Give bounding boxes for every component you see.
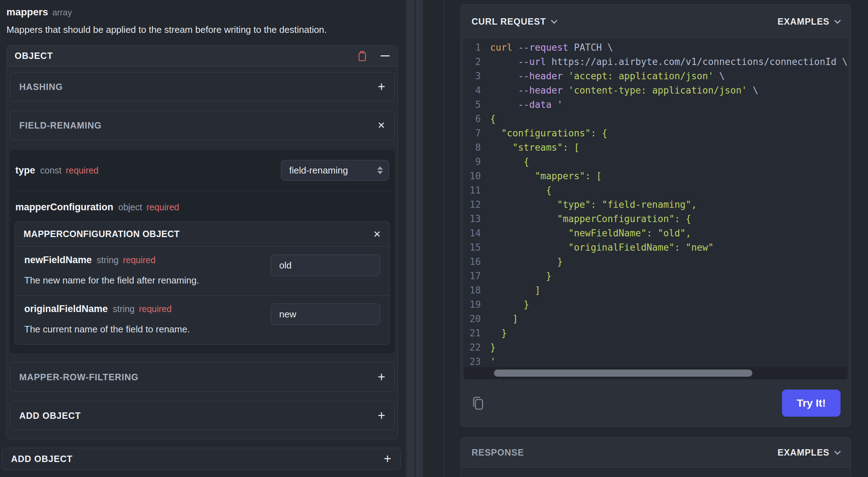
hashing-label: HASHING bbox=[19, 82, 63, 92]
plus-icon: + bbox=[378, 371, 385, 383]
plus-icon: + bbox=[378, 80, 385, 93]
chevron-down-icon bbox=[834, 17, 841, 24]
response-examples-label: EXAMPLES bbox=[777, 447, 829, 458]
horizontal-scrollbar-track[interactable] bbox=[464, 367, 848, 379]
line-number: 1 bbox=[464, 40, 490, 55]
code-line: 10 "mappers": [ bbox=[464, 169, 848, 183]
line-number: 21 bbox=[464, 326, 490, 340]
code-line: 9 { bbox=[464, 155, 848, 169]
object-card-body: HASHING + FIELD-RENAMING ✕ type const re… bbox=[7, 66, 398, 439]
original-field-name-kind: string bbox=[113, 304, 135, 314]
line-number: 15 bbox=[464, 240, 490, 255]
line-number: 13 bbox=[464, 212, 490, 226]
line-number: 12 bbox=[464, 197, 490, 212]
line-number: 4 bbox=[464, 83, 490, 97]
original-field-name-input[interactable]: new bbox=[271, 303, 380, 325]
object-card-header: OBJECT bbox=[7, 46, 398, 66]
new-field-name-label: newFieldName bbox=[24, 255, 92, 266]
type-field-kind: const bbox=[40, 165, 62, 176]
type-field-required: required bbox=[66, 165, 99, 176]
line-number: 8 bbox=[464, 140, 490, 155]
response-card: RESPONSE EXAMPLES bbox=[460, 437, 851, 477]
code-line: 19 } bbox=[464, 297, 848, 312]
response-examples-dropdown[interactable]: EXAMPLES bbox=[777, 447, 840, 458]
line-number: 19 bbox=[464, 297, 490, 312]
object-card-actions bbox=[357, 50, 390, 62]
scrollbar-thumb[interactable] bbox=[407, 0, 414, 477]
new-field-name-input[interactable]: old bbox=[271, 255, 380, 276]
code-line: 2 --url https://api.airbyte.com/v1/conne… bbox=[464, 55, 848, 69]
response-header: RESPONSE EXAMPLES bbox=[461, 438, 851, 468]
close-mapper-configuration-button[interactable]: ✕ bbox=[373, 230, 381, 239]
line-number: 10 bbox=[464, 169, 490, 183]
line-number: 14 bbox=[464, 226, 490, 240]
mapper-configuration-card-title: MAPPERCONFIGURATION OBJECT bbox=[24, 229, 180, 239]
code-footer: Try It! bbox=[461, 379, 851, 427]
scrollbar-thumb[interactable] bbox=[415, 0, 423, 477]
code-line: 7 "configurations": { bbox=[464, 126, 848, 140]
line-number: 7 bbox=[464, 126, 490, 140]
code-line: 3 --header 'accept: application/json' \ bbox=[464, 69, 848, 83]
copy-icon bbox=[471, 395, 485, 411]
code-line: 21 } bbox=[464, 326, 848, 340]
line-number: 22 bbox=[464, 340, 490, 355]
plus-icon: + bbox=[384, 452, 391, 465]
add-object-outer-label: ADD OBJECT bbox=[11, 454, 73, 464]
line-number: 3 bbox=[464, 69, 490, 83]
mapper-configuration-row: mapperConfiguration object required bbox=[14, 191, 390, 213]
code-lines: 1curl --request PATCH \2 --url https://a… bbox=[464, 39, 848, 369]
curl-request-header: CURL REQUEST EXAMPLES bbox=[461, 5, 851, 39]
horizontal-scrollbar-thumb[interactable] bbox=[494, 370, 752, 377]
line-number: 11 bbox=[464, 183, 490, 197]
original-field-name-required: required bbox=[139, 304, 172, 314]
api-playground-panel: CURL REQUEST EXAMPLES 1curl --request PA… bbox=[444, 0, 868, 477]
panel-divider bbox=[406, 0, 444, 477]
code-line: 16 } bbox=[464, 255, 848, 269]
code-line: 11 { bbox=[464, 183, 848, 197]
code-block[interactable]: 1curl --request PATCH \2 --url https://a… bbox=[464, 39, 848, 379]
examples-dropdown[interactable]: EXAMPLES bbox=[777, 16, 840, 27]
curl-request-dropdown[interactable]: CURL REQUEST bbox=[471, 16, 556, 27]
collapse-object-button[interactable] bbox=[380, 55, 390, 56]
section-mapper-row-filtering[interactable]: MAPPER-ROW-FILTERING + bbox=[10, 362, 395, 392]
code-line: 13 "mapperConfiguration": { bbox=[464, 212, 848, 226]
trash-icon bbox=[357, 50, 368, 62]
response-title-group: RESPONSE bbox=[471, 447, 524, 458]
section-field-renaming[interactable]: FIELD-RENAMING ✕ bbox=[10, 111, 395, 140]
response-title: RESPONSE bbox=[471, 447, 524, 458]
page: mappers array Mappers that should be app… bbox=[0, 0, 868, 477]
code-line: 18 ] bbox=[464, 283, 848, 297]
line-number: 23 bbox=[464, 355, 490, 369]
add-object-button-outer[interactable]: ADD OBJECT + bbox=[1, 448, 401, 470]
object-card: OBJECT HASHING + bbox=[6, 45, 398, 439]
line-number: 20 bbox=[464, 312, 490, 326]
close-icon: ✕ bbox=[377, 121, 385, 130]
code-line: 17 } bbox=[464, 269, 848, 283]
mapper-configuration-required: required bbox=[146, 202, 179, 212]
close-icon: ✕ bbox=[373, 229, 381, 240]
delete-object-button[interactable] bbox=[357, 50, 368, 62]
type-field-row: type const required field-renaming bbox=[14, 150, 390, 191]
code-line: 8 "streams": [ bbox=[464, 140, 848, 155]
try-it-button[interactable]: Try It! bbox=[782, 390, 841, 417]
original-field-name-row: originalFieldName string required The cu… bbox=[15, 295, 389, 344]
line-number: 9 bbox=[464, 155, 490, 169]
field-heading: mappers array bbox=[1, 6, 401, 18]
examples-label: EXAMPLES bbox=[777, 16, 829, 27]
plus-icon: + bbox=[378, 409, 385, 422]
vertical-scrollbar[interactable] bbox=[407, 0, 423, 477]
code-line: 1curl --request PATCH \ bbox=[464, 40, 848, 55]
type-select[interactable]: field-renaming bbox=[281, 160, 389, 181]
type-field-labels: type const required bbox=[15, 165, 99, 176]
minus-icon bbox=[380, 55, 390, 56]
new-field-name-info: newFieldName string required The new nam… bbox=[24, 255, 199, 286]
new-field-name-row: newFieldName string required The new nam… bbox=[15, 247, 389, 295]
copy-button[interactable] bbox=[471, 395, 485, 411]
add-object-button-inner[interactable]: ADD OBJECT + bbox=[10, 401, 395, 430]
mapper-configuration-kind: object bbox=[118, 202, 142, 212]
line-number: 16 bbox=[464, 255, 490, 269]
field-renaming-body: type const required field-renaming bbox=[10, 150, 395, 353]
code-line: 4 --header 'content-type: application/js… bbox=[464, 83, 848, 97]
type-field-name: type bbox=[15, 165, 35, 176]
section-hashing[interactable]: HASHING + bbox=[10, 72, 395, 101]
